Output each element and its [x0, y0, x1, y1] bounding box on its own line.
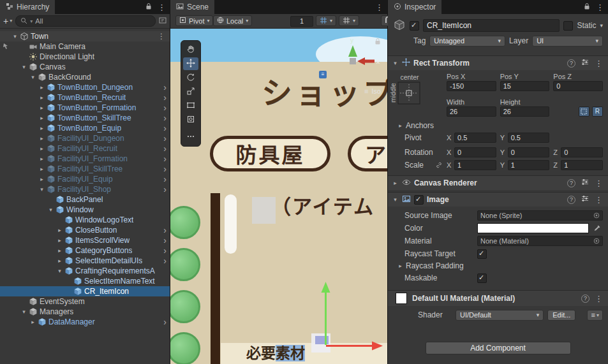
prefab-open-arrow[interactable]: › — [163, 257, 167, 265]
transform-tool-button[interactable] — [183, 113, 198, 126]
hierarchy-item-windowlogotext[interactable]: WindowLogoText — [0, 215, 170, 225]
raycast-padding-foldout[interactable]: ▸ Raycast Padding — [388, 260, 608, 272]
editor-tools-button[interactable] — [183, 131, 198, 143]
presets-icon[interactable] — [581, 194, 589, 205]
hierarchy-item-window[interactable]: ▾Window — [0, 205, 170, 215]
kebab-menu-icon[interactable]: ⋮ — [595, 59, 603, 68]
gameobject-icon[interactable] — [393, 18, 406, 33]
foldout-icon[interactable]: ▸ — [56, 245, 64, 256]
prefab-open-arrow[interactable]: › — [163, 175, 167, 183]
hierarchy-item-selectitemnametext[interactable]: SelectItemNameText — [0, 276, 170, 286]
tab-inspector[interactable]: Inspector — [388, 0, 441, 14]
hierarchy-item-categorybuttons[interactable]: ▸CategoryButtons› — [0, 245, 170, 256]
foldout-icon[interactable]: ▸ — [38, 164, 46, 174]
object-picker-icon[interactable] — [593, 238, 600, 244]
help-icon[interactable]: ? — [567, 196, 575, 204]
presets-icon[interactable] — [581, 178, 589, 188]
foldout-icon[interactable]: ▸ — [38, 103, 46, 113]
create-menu-button[interactable]: +▾ — [3, 17, 12, 25]
presets-icon[interactable] — [581, 58, 589, 68]
prefab-open-arrow[interactable]: › — [163, 84, 167, 91]
rotation-z-field[interactable]: 0 — [561, 147, 603, 157]
hierarchy-item-townbutton-formation[interactable]: ▸TownButton_Formation› — [0, 103, 170, 113]
foldout-icon[interactable]: ▾ — [11, 31, 19, 41]
gizmo-lock-icon[interactable] — [374, 38, 381, 47]
foldout-icon[interactable]: ▾ — [392, 60, 399, 66]
tab-hierarchy[interactable]: Hierarchy — [0, 0, 55, 14]
anchor-presets-button[interactable] — [397, 82, 420, 105]
search-input[interactable]: ▾ All — [15, 15, 156, 27]
static-checkbox[interactable] — [563, 21, 573, 31]
hierarchy-item-itemsscrollview[interactable]: ▸ItemsScrollView› — [0, 235, 170, 245]
shader-dropdown[interactable]: UI/Default ▾ — [456, 310, 544, 321]
hierarchy-item-canvas[interactable]: ▾Canvas — [0, 62, 170, 72]
prefab-open-arrow[interactable]: › — [163, 165, 167, 173]
rotation-y-field[interactable]: 0 — [508, 147, 550, 157]
hierarchy-item-datamanager[interactable]: ▸DataManager› — [0, 317, 170, 327]
hierarchy-item-townbutton-equip[interactable]: ▸TownButton_Equip› — [0, 123, 170, 133]
gizmo-cube[interactable] — [350, 58, 356, 64]
rotate-tool-button[interactable] — [183, 71, 198, 84]
prefab-open-arrow[interactable]: › — [163, 186, 167, 193]
prefab-open-arrow[interactable]: › — [163, 135, 167, 142]
gameobject-name-field[interactable]: CR_ItemIcon — [423, 19, 560, 32]
grid-visibility-dropdown[interactable]: ▾ — [316, 15, 336, 26]
hierarchy-item-closebutton[interactable]: ▸CloseButton› — [0, 225, 170, 235]
foldout-icon[interactable]: ▸ — [56, 235, 64, 245]
color-field[interactable] — [477, 223, 589, 233]
kebab-menu-icon[interactable]: ⋮ — [595, 179, 603, 187]
static-dropdown-arrow[interactable]: ▾ — [600, 22, 603, 29]
pivot-y-field[interactable]: 0.5 — [508, 133, 550, 143]
hand-tool-button[interactable] — [183, 43, 198, 56]
foldout-icon[interactable]: ▸ — [56, 225, 64, 235]
help-icon[interactable]: ? — [567, 179, 575, 187]
image-header[interactable]: ▾ Image ? ⋮ — [388, 192, 608, 207]
prefab-open-arrow[interactable]: › — [163, 237, 167, 244]
search-type-arrow-icon[interactable]: ▾ — [30, 18, 33, 24]
hierarchy-item-main-camera[interactable]: Main Camera — [0, 41, 170, 52]
foldout-icon[interactable]: ▾ — [392, 196, 399, 203]
material-field[interactable]: None (Material) — [477, 236, 603, 246]
projection-toggle[interactable]: ≡ Iso — [364, 87, 381, 95]
scene-options-icon[interactable]: ⋮ — [158, 31, 165, 41]
hierarchy-item-selectitemdetailuis[interactable]: ▸SelectItemDetailUIs› — [0, 256, 170, 266]
maskable-checkbox[interactable] — [477, 273, 487, 283]
height-field[interactable]: 26 — [500, 106, 550, 117]
hierarchy-item-facilityui-shop[interactable]: ▾FacilityUI_Shop› — [0, 184, 170, 194]
foldout-icon[interactable]: ▸ — [38, 133, 46, 143]
hierarchy-item-backpanel[interactable]: BackPanel — [0, 194, 170, 205]
help-icon[interactable]: ? — [567, 59, 575, 68]
prefab-open-arrow[interactable]: › — [163, 226, 167, 234]
lock-icon[interactable] — [584, 3, 590, 12]
foldout-icon[interactable]: ▸ — [38, 174, 46, 184]
foldout-icon[interactable]: ▸ — [38, 92, 46, 103]
material-section-header[interactable]: Default UI Material (Material) ? ⋮ — [388, 290, 608, 306]
width-field[interactable]: 26 — [447, 106, 496, 117]
blueprint-mode-button[interactable] — [579, 106, 589, 117]
kebab-menu-icon[interactable]: ⋮ — [596, 3, 604, 11]
source-image-field[interactable]: None (Sprite) — [477, 210, 603, 221]
active-checkbox[interactable] — [410, 21, 419, 31]
scale-x-field[interactable]: 1 — [454, 160, 496, 170]
shader-edit-button[interactable]: Edit... — [547, 310, 575, 321]
hierarchy-item-craftingrequirementsa[interactable]: ▾CraftingRequirementsA — [0, 266, 170, 276]
tab-scene[interactable]: Scene — [170, 0, 214, 14]
add-component-button[interactable]: Add Component — [426, 342, 571, 354]
link-scale-icon[interactable] — [435, 161, 447, 169]
foldout-icon[interactable]: ▸ — [38, 82, 46, 92]
hierarchy-item-cr-itemicon[interactable]: CR_ItemIcon — [0, 286, 170, 296]
canvas-renderer-header[interactable]: ▸ Canvas Renderer ? ⋮ — [388, 175, 608, 190]
raycast-target-checkbox[interactable] — [477, 249, 487, 259]
rotation-x-field[interactable]: 0 — [454, 147, 496, 157]
pos-z-field[interactable]: 0 — [553, 81, 603, 91]
kebab-menu-icon[interactable]: ⋮ — [595, 196, 603, 204]
hierarchy-item-eventsystem[interactable]: EventSystem — [0, 296, 170, 307]
prefab-open-arrow[interactable]: › — [163, 94, 167, 101]
move-tool-button[interactable] — [183, 57, 198, 70]
pivot-x-field[interactable]: 0.5 — [454, 133, 496, 143]
prefab-open-arrow[interactable]: › — [163, 247, 167, 254]
rect-transform-header[interactable]: ▾ Rect Transform ? ⋮ — [388, 55, 608, 70]
handle-rotation-dropdown[interactable]: Local ▾ — [213, 15, 252, 26]
kebab-menu-icon[interactable]: ⋮ — [158, 3, 166, 11]
foldout-icon[interactable]: ▸ — [56, 256, 64, 266]
